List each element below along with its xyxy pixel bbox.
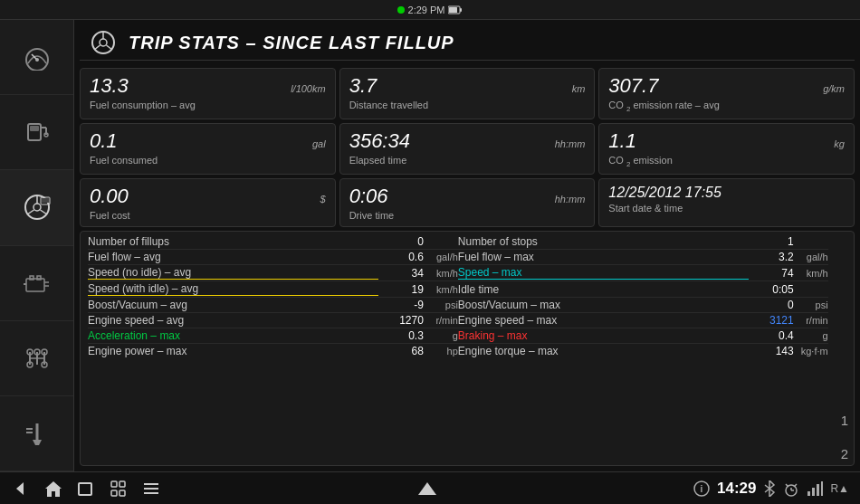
svg-rect-60 xyxy=(807,491,810,496)
stat-fuel-consumption-unit: l/100km xyxy=(291,83,326,94)
table-row: Number of fillups 0 Number of stops 1 xyxy=(88,235,828,248)
bottom-status-right: i 14:29 R▲ xyxy=(693,480,849,498)
stat-start-datetime-label: Start date & time xyxy=(608,203,845,214)
col-label-boostavg: Boost/Vacuum – avg xyxy=(88,299,378,311)
stat-co2-emission: 1.1 kg CO 2 emission xyxy=(598,123,855,175)
content-area: TRIP STATS – SINCE LAST FILLUP 13.3 l/10… xyxy=(74,20,860,471)
stat-elapsed-time-label: Elapsed time xyxy=(349,155,586,166)
svg-marker-42 xyxy=(16,482,24,495)
sidebar-item-steering[interactable] xyxy=(0,170,73,245)
steering-wheel-icon xyxy=(16,191,58,223)
col-label-accmax: Acceleration – max xyxy=(88,329,378,342)
stat-co2-emission-unit: kg xyxy=(834,138,845,149)
col-label-engtorqmax: Engine torque – max xyxy=(458,345,749,357)
col-unit-engtorqmax: kg·f·m xyxy=(794,346,828,357)
bottom-nav-left xyxy=(11,479,161,499)
col-label-brakmax: Braking – max xyxy=(458,329,749,342)
col-value-idletime: 0:05 xyxy=(749,283,794,296)
stats-row-1: 13.3 l/100km Fuel consumption – avg 3.7 … xyxy=(80,68,855,119)
col-value-speedmax: 74 xyxy=(749,267,794,280)
col-value-fuelavg: 0.6 xyxy=(378,251,424,263)
stat-fuel-consumption-value: 13.3 xyxy=(90,74,129,98)
svg-rect-47 xyxy=(111,490,117,496)
svg-point-12 xyxy=(33,204,41,211)
col-unit-speednoidle: km/h xyxy=(424,268,458,279)
col-unit-speedmax: km/h xyxy=(794,268,828,279)
svg-rect-19 xyxy=(30,276,33,280)
status-bar: 2:29 PM xyxy=(0,0,860,20)
steering-wheel-header-icon xyxy=(87,29,119,56)
col-label-fillups: Number of fillups xyxy=(88,235,378,248)
network-indicator: R▲ xyxy=(830,482,849,495)
col-unit-boostmax: psi xyxy=(794,300,828,310)
stat-co2-rate-unit: g/km xyxy=(823,83,845,94)
sidebar-item-fuel[interactable] xyxy=(0,95,73,170)
col-label-speedidle: Speed (with idle) – avg xyxy=(88,282,378,296)
svg-marker-52 xyxy=(418,482,436,495)
bottom-nav-center xyxy=(415,479,440,499)
svg-line-40 xyxy=(94,45,100,50)
table-row: Acceleration – max 0.3 g Braking – max 0… xyxy=(88,329,828,342)
status-time: 2:29 PM xyxy=(408,5,445,15)
grid-icon[interactable] xyxy=(109,479,129,499)
up-icon[interactable] xyxy=(415,479,440,499)
col-label-fuelavg: Fuel flow – avg xyxy=(88,251,378,263)
table-row: Speed (no idle) – avg 34 km/h Speed – ma… xyxy=(88,266,828,280)
table-row: Boost/Vacuum – avg -9 psi Boost/Vacuum –… xyxy=(88,299,828,311)
page-indicator-2: 2 xyxy=(841,446,848,461)
svg-rect-45 xyxy=(111,481,117,487)
main-area: TRIP STATS – SINCE LAST FILLUP 13.3 l/10… xyxy=(0,20,860,471)
col-unit-fuelavg: gal/h xyxy=(424,252,458,262)
svg-rect-48 xyxy=(119,490,125,496)
window-icon[interactable] xyxy=(76,479,96,499)
sidebar-item-speedometer[interactable] xyxy=(0,20,73,95)
svg-rect-18 xyxy=(26,279,44,291)
stat-co2-rate-label: CO 2 emission rate – avg xyxy=(608,100,845,113)
speedometer-icon xyxy=(16,41,58,73)
stat-fuel-cost-unit: $ xyxy=(320,194,326,204)
stat-co2-emission-label: CO 2 emission xyxy=(608,155,845,168)
svg-rect-2 xyxy=(449,7,457,13)
svg-rect-62 xyxy=(817,484,819,496)
stats-row-2: 0.1 gal Fuel consumed 356:34 hh:mm Elaps… xyxy=(80,123,855,175)
sidebar-item-engine[interactable] xyxy=(0,246,73,321)
col-label-speedmax: Speed – max xyxy=(458,266,749,280)
col-value-fuelmax: 3.2 xyxy=(749,251,794,263)
table-row: Engine speed – avg 1270 r/min Engine spe… xyxy=(88,314,828,327)
engine-icon xyxy=(16,267,58,300)
svg-line-59 xyxy=(794,484,797,487)
col-label-boostmax: Boost/Vacuum – max xyxy=(458,299,749,311)
col-unit-boostavg: psi xyxy=(424,300,458,310)
stat-distance: 3.7 km Distance travelled xyxy=(339,68,596,119)
sidebar-item-injector[interactable] xyxy=(0,396,73,471)
col-unit-fuelmax: gal/h xyxy=(794,252,828,262)
svg-rect-46 xyxy=(119,481,125,487)
col-label-engspeedavg: Engine speed – avg xyxy=(88,314,378,327)
fuel-icon xyxy=(16,116,58,148)
bluetooth-icon xyxy=(763,480,776,497)
stat-fuel-cost: 0.00 $ Fuel cost xyxy=(80,178,336,227)
svg-line-58 xyxy=(786,484,788,487)
stat-fuel-consumed-label: Fuel consumed xyxy=(90,155,326,166)
stat-elapsed-time: 356:34 hh:mm Elapsed time xyxy=(339,123,596,175)
signal-icon xyxy=(807,480,823,497)
sidebar-item-transmission[interactable] xyxy=(0,321,73,396)
col-label-stops: Number of stops xyxy=(458,235,749,248)
menu-icon[interactable] xyxy=(141,479,161,499)
svg-text:i: i xyxy=(701,484,703,494)
stat-distance-label: Distance travelled xyxy=(349,100,586,110)
table-content: Number of fillups 0 Number of stops 1 Fu… xyxy=(81,232,836,465)
col-unit-engspeedavg: r/min xyxy=(424,315,458,326)
back-icon[interactable] xyxy=(11,479,31,499)
bottom-time: 14:29 xyxy=(717,480,756,498)
stat-drive-time-label: Drive time xyxy=(349,210,586,221)
col-label-engspeedmax: Engine speed – max xyxy=(458,314,749,327)
col-value-engpwrmax: 68 xyxy=(378,345,424,357)
col-value-stops: 1 xyxy=(749,235,794,248)
stat-distance-unit: km xyxy=(572,83,586,94)
status-time-area: 2:29 PM xyxy=(397,5,463,15)
col-value-fillups: 0 xyxy=(378,235,424,248)
page-indicators: 1 2 xyxy=(836,232,854,465)
svg-marker-43 xyxy=(45,481,62,497)
home-icon[interactable] xyxy=(43,479,63,499)
